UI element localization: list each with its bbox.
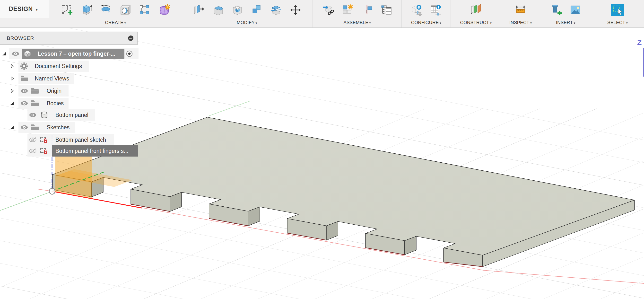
rectangular-pattern-button[interactable] bbox=[138, 4, 151, 16]
row-label: Sketches bbox=[47, 124, 70, 131]
press-pull-button[interactable] bbox=[192, 4, 205, 16]
offset-plane-icon bbox=[470, 4, 482, 16]
design-menu[interactable]: DESIGN bbox=[0, 0, 50, 18]
row-label: Named Views bbox=[35, 75, 69, 82]
row-label: Bottom panel bbox=[56, 112, 88, 118]
browser-row-component[interactable]: Lesson 7 – open top finger-... bbox=[0, 48, 151, 59]
active-component-radio[interactable] bbox=[126, 50, 133, 57]
collapse-panel-button[interactable] bbox=[128, 35, 134, 41]
component-name: Lesson 7 – open top finger-... bbox=[38, 50, 115, 57]
select-button[interactable] bbox=[611, 4, 624, 16]
eye-icon[interactable] bbox=[12, 51, 20, 56]
browser-row-sketches[interactable]: Sketches bbox=[0, 122, 151, 133]
configuration-table-button[interactable] bbox=[430, 4, 442, 16]
browser-row-bottom-panel-front-fingers[interactable]: Bottom panel front fingers s... bbox=[0, 145, 151, 156]
modify-menu[interactable]: MODIFY bbox=[181, 20, 312, 25]
collapse-arrow-icon[interactable] bbox=[10, 76, 14, 81]
joint-button[interactable] bbox=[360, 4, 374, 16]
eye-icon[interactable] bbox=[20, 101, 28, 106]
assemble-menu[interactable]: ASSEMBLE bbox=[313, 20, 402, 25]
toolbar-group-create: CREATE bbox=[50, 0, 181, 28]
toolbar-group-insert: INSERT bbox=[540, 0, 591, 28]
row-label: Bottom panel front fingers s... bbox=[56, 148, 128, 154]
insert-fastener-icon bbox=[550, 4, 562, 16]
toolbar-group-inspect: INSPECT bbox=[501, 0, 540, 28]
expand-arrow-icon[interactable] bbox=[10, 101, 14, 106]
browser-row-bottom-panel-sketch[interactable]: Bottom panel sketch bbox=[0, 134, 151, 145]
revolve-icon bbox=[100, 4, 112, 16]
extrude-button[interactable] bbox=[80, 4, 93, 16]
offset-plane-button[interactable] bbox=[469, 4, 482, 16]
toolbar-group-assemble: ASSEMBLE bbox=[313, 0, 402, 28]
fillet-button[interactable] bbox=[211, 4, 224, 16]
origin-point[interactable] bbox=[49, 188, 55, 194]
configuration-button[interactable] bbox=[410, 4, 423, 16]
press-pull-icon bbox=[192, 4, 204, 16]
expand-arrow-icon[interactable] bbox=[2, 52, 6, 56]
insert-derive-button[interactable] bbox=[322, 4, 335, 16]
configure-menu[interactable]: CONFIGURE bbox=[402, 20, 450, 25]
bom-table-icon bbox=[380, 4, 393, 16]
create-sketch-button[interactable] bbox=[60, 4, 74, 16]
browser-row-document-settings[interactable]: Document Settings bbox=[0, 60, 151, 72]
browser-row-origin[interactable]: Origin bbox=[0, 85, 151, 96]
inspect-menu-construct[interactable]: CONSTRUCT bbox=[451, 20, 501, 25]
create-form-icon bbox=[158, 4, 170, 16]
revolve-button[interactable] bbox=[99, 4, 112, 16]
configuration-table-icon bbox=[430, 4, 442, 16]
shell-button[interactable] bbox=[230, 4, 244, 16]
move-button[interactable] bbox=[289, 4, 302, 16]
z-axis-label: Z bbox=[637, 38, 642, 47]
highlighted-row-label-box: Bottom panel front fingers s... bbox=[52, 145, 138, 156]
folder-icon bbox=[31, 88, 39, 94]
shell-icon bbox=[231, 4, 244, 16]
toolbar-group-configure: CONFIGURE bbox=[402, 0, 451, 28]
toolbar-group-construct: CONSTRUCT bbox=[451, 0, 501, 28]
eye-off-icon[interactable] bbox=[29, 137, 37, 142]
create-menu[interactable]: CREATE bbox=[50, 20, 181, 25]
create-form-button[interactable] bbox=[158, 4, 170, 16]
body-cylinder-icon bbox=[40, 112, 48, 118]
browser-row-named-views[interactable]: Named Views bbox=[0, 73, 151, 84]
minus-icon bbox=[128, 35, 134, 41]
combine-button[interactable] bbox=[250, 4, 263, 16]
row-label: Bodies bbox=[47, 100, 64, 107]
insert-derive-icon bbox=[322, 4, 334, 16]
folder-icon bbox=[31, 100, 39, 106]
select-icon bbox=[611, 4, 624, 16]
eye-icon[interactable] bbox=[20, 88, 28, 94]
eye-icon[interactable] bbox=[29, 112, 37, 118]
browser-row-bodies[interactable]: Bodies bbox=[0, 98, 151, 109]
canvas-button[interactable] bbox=[569, 4, 582, 16]
move-icon bbox=[289, 4, 302, 16]
bom-table-button[interactable] bbox=[380, 4, 393, 16]
collapse-arrow-icon[interactable] bbox=[10, 64, 14, 68]
toolbar-group-modify: MODIFY bbox=[181, 0, 313, 28]
expand-arrow-icon[interactable] bbox=[10, 125, 14, 130]
collapse-arrow-icon[interactable] bbox=[10, 89, 14, 93]
eye-icon[interactable] bbox=[20, 125, 28, 130]
inspect-menu[interactable]: INSPECT bbox=[501, 20, 540, 25]
folder-icon bbox=[31, 124, 39, 130]
measure-button[interactable] bbox=[514, 4, 527, 16]
row-label: Origin bbox=[47, 88, 62, 94]
insert-fastener-button[interactable] bbox=[550, 4, 562, 16]
hole-button[interactable] bbox=[118, 4, 132, 16]
eye-off-icon[interactable] bbox=[29, 148, 37, 154]
measure-icon bbox=[514, 4, 527, 16]
sketch-locked-icon bbox=[40, 136, 48, 144]
row-label: Document Settings bbox=[35, 63, 82, 70]
component-icon bbox=[24, 50, 31, 57]
browser-row-bottom-panel[interactable]: Bottom panel bbox=[0, 110, 151, 120]
browser-header: BROWSER bbox=[0, 32, 138, 45]
split-body-button[interactable] bbox=[270, 4, 283, 16]
select-menu[interactable]: SELECT bbox=[591, 20, 644, 25]
hole-icon bbox=[119, 4, 132, 16]
design-menu-label: DESIGN bbox=[9, 5, 38, 12]
new-component-button[interactable] bbox=[341, 4, 354, 16]
canvas-icon bbox=[569, 4, 582, 16]
toolbar: DESIGN bbox=[0, 0, 644, 28]
y-axis-line bbox=[0, 191, 52, 210]
insert-menu[interactable]: INSERT bbox=[540, 20, 591, 25]
browser-title: BROWSER bbox=[0, 35, 34, 41]
